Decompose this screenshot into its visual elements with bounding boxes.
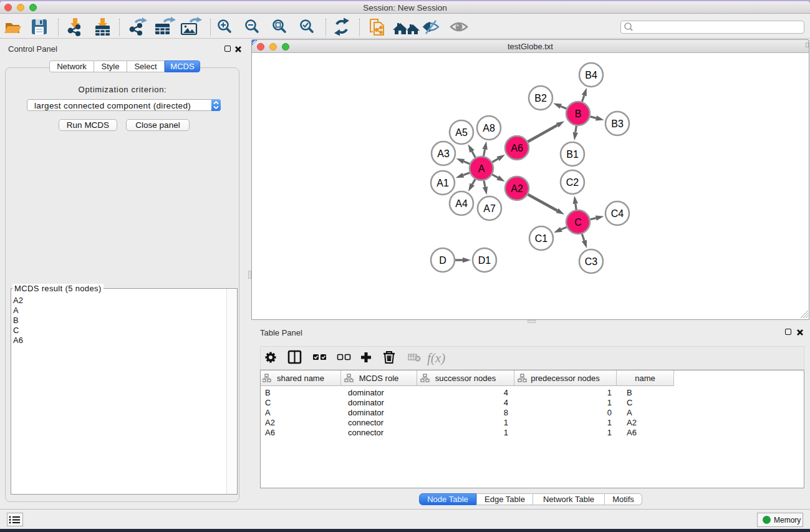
svg-text:f(x): f(x) xyxy=(427,351,445,365)
svg-text:A4: A4 xyxy=(455,198,468,209)
svg-text:A7: A7 xyxy=(483,203,496,214)
svg-text:B3: B3 xyxy=(611,118,624,129)
svg-text:B: B xyxy=(575,109,582,119)
svg-text:A6: A6 xyxy=(511,143,523,153)
svg-text:A2: A2 xyxy=(511,183,523,194)
svg-text:C2: C2 xyxy=(566,177,579,188)
svg-text:C1: C1 xyxy=(535,233,548,244)
svg-text:B2: B2 xyxy=(534,93,547,104)
svg-text:A5: A5 xyxy=(455,127,468,138)
svg-text:A: A xyxy=(478,163,485,174)
svg-text:B4: B4 xyxy=(585,70,597,80)
svg-text:A1: A1 xyxy=(436,178,449,188)
svg-text:C4: C4 xyxy=(611,208,624,219)
svg-text:D: D xyxy=(439,255,446,266)
svg-text:A3: A3 xyxy=(437,148,450,159)
svg-text:B1: B1 xyxy=(566,149,579,160)
svg-text:C3: C3 xyxy=(585,256,598,267)
svg-text:D1: D1 xyxy=(478,255,491,266)
svg-text:C: C xyxy=(574,217,582,228)
svg-text:A8: A8 xyxy=(483,123,495,133)
